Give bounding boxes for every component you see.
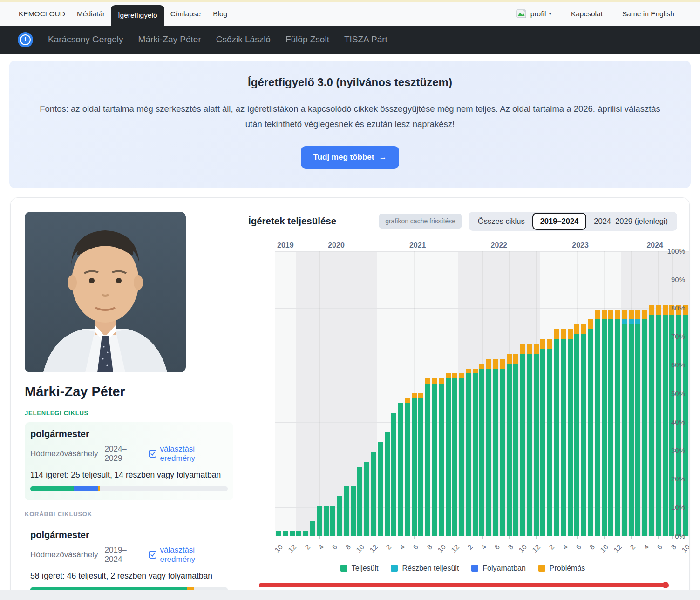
chart-bar[interactable] bbox=[602, 310, 607, 535]
chart-bar[interactable] bbox=[439, 378, 444, 536]
top-navbar: KEMOCLOUD Médiatár Ígéretfigyelő Címlaps… bbox=[0, 2, 700, 26]
chart-bar[interactable] bbox=[568, 329, 573, 535]
chart-bar[interactable] bbox=[385, 432, 390, 536]
tab-all-cycles[interactable]: Összes ciklus bbox=[471, 214, 531, 229]
chart-bar[interactable] bbox=[446, 373, 451, 535]
topnav-blog[interactable]: Blog bbox=[207, 2, 233, 26]
election-result-link[interactable]: választási eredmény bbox=[149, 445, 228, 463]
cycle-city: Hódmezővásárhely bbox=[30, 449, 98, 458]
chart-bar[interactable] bbox=[574, 324, 579, 536]
caret-down-icon: ▾ bbox=[549, 11, 551, 17]
chart-bar[interactable] bbox=[398, 403, 403, 536]
chart-bar[interactable] bbox=[452, 373, 457, 535]
chart-bar[interactable] bbox=[344, 486, 349, 536]
subnav-karacsony[interactable]: Karácsony Gergely bbox=[41, 34, 131, 45]
chart-bar[interactable] bbox=[581, 324, 586, 536]
topnav-mediatar[interactable]: Médiatár bbox=[71, 2, 111, 26]
brand-kemocloud[interactable]: KEMOCLOUD bbox=[19, 2, 71, 26]
subnav-fulop[interactable]: Fülöp Zsolt bbox=[278, 34, 337, 45]
chart-bar[interactable] bbox=[303, 531, 308, 536]
chart-bar[interactable] bbox=[534, 344, 539, 535]
chart-bar[interactable] bbox=[290, 531, 295, 536]
y-tick-label: 30% bbox=[663, 446, 685, 454]
tab-2024-2029[interactable]: 2024–2029 (jelenlegi) bbox=[587, 214, 674, 229]
time-slider-fill bbox=[259, 583, 667, 587]
chart-bar[interactable] bbox=[296, 531, 301, 536]
chart-bar[interactable] bbox=[635, 310, 640, 535]
chart-bar[interactable] bbox=[337, 496, 342, 535]
topnav-kapcsolat[interactable]: Kapcsolat bbox=[561, 10, 612, 18]
chart-bar[interactable] bbox=[371, 452, 376, 535]
chart-bar[interactable] bbox=[513, 354, 518, 535]
learn-more-button[interactable]: Tudj meg többet → bbox=[301, 146, 400, 169]
chart-bar[interactable] bbox=[540, 339, 545, 536]
legend-teljesult: Teljesült bbox=[340, 564, 379, 573]
subnav-tisza[interactable]: TISZA Párt bbox=[337, 34, 395, 45]
chart-bar[interactable] bbox=[642, 310, 647, 535]
chart-bar[interactable] bbox=[466, 369, 471, 536]
chart-bar[interactable] bbox=[493, 359, 498, 536]
chart-bar[interactable] bbox=[554, 329, 559, 535]
chart-bar[interactable] bbox=[561, 329, 566, 535]
refresh-cache-button[interactable]: grafikon cache frissítése bbox=[379, 214, 462, 229]
avatar-placeholder-icon bbox=[516, 9, 526, 18]
tab-2019-2024[interactable]: 2019–2024 bbox=[532, 213, 587, 230]
chart-bar[interactable] bbox=[486, 359, 491, 536]
chart-bar[interactable] bbox=[507, 354, 512, 535]
chart-bar[interactable] bbox=[418, 393, 423, 536]
topnav-igeretfigyelo[interactable]: Ígéretfigyelő bbox=[111, 5, 164, 26]
chart-bar[interactable] bbox=[629, 310, 634, 535]
chart-bar[interactable] bbox=[310, 521, 315, 536]
checkbox-check-icon bbox=[149, 449, 157, 458]
cycle-position: polgármester bbox=[30, 429, 228, 439]
chart-bar[interactable] bbox=[378, 442, 383, 536]
chart-bar[interactable] bbox=[649, 305, 654, 536]
chart-bar[interactable] bbox=[520, 344, 525, 535]
chart-bar[interactable] bbox=[330, 506, 335, 535]
chart-bar[interactable] bbox=[588, 319, 593, 535]
chart-bar[interactable] bbox=[357, 467, 362, 536]
chart-bar[interactable] bbox=[595, 310, 600, 535]
chart-bar[interactable] bbox=[547, 339, 552, 536]
chart-bar[interactable] bbox=[425, 378, 430, 536]
subnav-csozik[interactable]: Csőzik László bbox=[209, 34, 278, 45]
chart-bar[interactable] bbox=[656, 305, 661, 536]
chart-bar[interactable] bbox=[324, 506, 329, 535]
election-result-label: választási eredmény bbox=[160, 546, 228, 564]
cycle-term: 2024–2029 bbox=[105, 445, 142, 463]
y-tick-label: 60% bbox=[663, 361, 685, 369]
profile-label: profil bbox=[530, 10, 546, 18]
chart-bar[interactable] bbox=[351, 486, 356, 536]
info-icon[interactable]: i bbox=[18, 32, 33, 47]
chart-bar[interactable] bbox=[527, 344, 532, 535]
chart-bar[interactable] bbox=[276, 531, 281, 536]
chart-bar[interactable] bbox=[432, 378, 437, 536]
legend-swatch-problemas bbox=[538, 565, 545, 572]
cycle-summary: 58 ígéret: 46 teljesült, 2 részben vagy … bbox=[30, 571, 228, 581]
chart-bar[interactable] bbox=[405, 398, 410, 535]
progress-teljesult bbox=[30, 486, 74, 491]
topnav-english[interactable]: Same in English bbox=[612, 10, 684, 18]
time-slider-handle[interactable] bbox=[662, 582, 669, 588]
profile-dropdown[interactable]: profil ▾ bbox=[506, 9, 561, 18]
chart-bar[interactable] bbox=[317, 506, 322, 535]
chart-bar[interactable] bbox=[283, 531, 288, 536]
chart-bar[interactable] bbox=[459, 373, 464, 535]
topnav-cimlapse[interactable]: Címlapse bbox=[164, 2, 207, 26]
chart-bar[interactable] bbox=[479, 364, 484, 535]
time-slider[interactable] bbox=[259, 582, 667, 588]
chart-bar[interactable] bbox=[615, 310, 620, 535]
chart-bar[interactable] bbox=[622, 310, 627, 535]
chart-bar[interactable] bbox=[412, 393, 417, 536]
chart-bar[interactable] bbox=[473, 369, 478, 536]
chart-bar[interactable] bbox=[391, 413, 396, 536]
chart-bar[interactable] bbox=[500, 359, 505, 536]
chart-bar[interactable] bbox=[608, 310, 613, 535]
legend-swatch-folyamatban bbox=[471, 565, 478, 572]
legend-swatch-teljesult bbox=[340, 565, 347, 572]
election-result-link[interactable]: választási eredmény bbox=[149, 546, 228, 564]
chart-bar[interactable] bbox=[364, 462, 369, 535]
year-label-2023: 2023 bbox=[540, 241, 621, 249]
politician-name: Márki-Zay Péter bbox=[25, 384, 233, 399]
subnav-marki-zay[interactable]: Márki-Zay Péter bbox=[131, 34, 209, 45]
